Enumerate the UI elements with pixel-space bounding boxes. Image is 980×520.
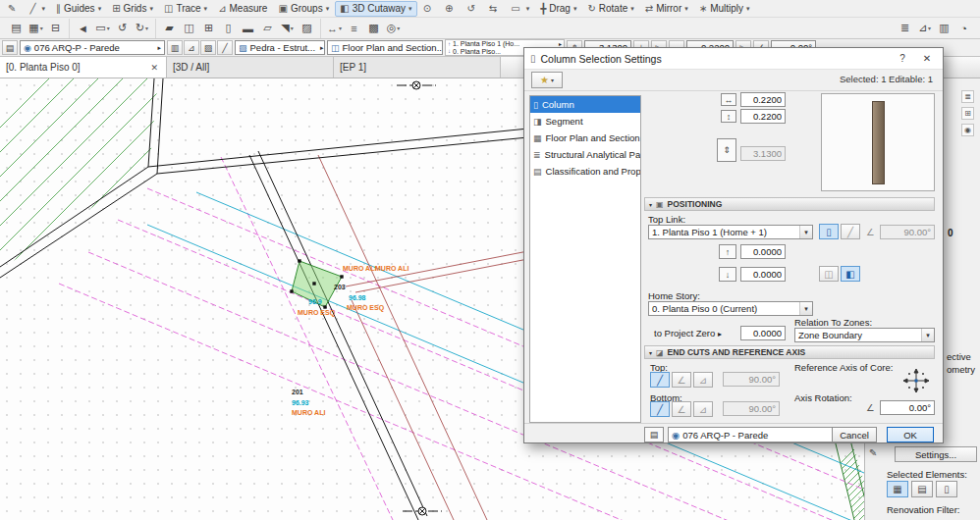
dialog-layer-selector[interactable]: ◉ 076 ARQ-P - Parede ▸ bbox=[668, 427, 850, 442]
tool-icon-button[interactable]: ↺ bbox=[113, 20, 132, 37]
home-story-selector[interactable]: 0. Planta Piso 0 (Current) ▾ bbox=[648, 301, 813, 316]
cut-type-button[interactable]: ╱ bbox=[650, 372, 670, 388]
panel-icon-button[interactable]: ▥ bbox=[935, 20, 953, 37]
menubar-item[interactable]: ↺ bbox=[462, 1, 482, 17]
tool-icon-button[interactable]: ⊟ bbox=[46, 20, 65, 37]
cut-type-button[interactable]: ∠ bbox=[672, 401, 691, 417]
tree-item[interactable]: ≣ Structural Analytical Paramet... bbox=[530, 146, 640, 163]
tree-item[interactable]: ▦ Floor Plan and Section bbox=[530, 130, 640, 146]
bottom-offset-field[interactable] bbox=[740, 267, 786, 282]
panel-icon-button[interactable]: ⊿ ▾ bbox=[915, 20, 934, 37]
menubar-item[interactable]: ∗ Multiply ▾ bbox=[694, 1, 755, 17]
attribute-icon-button[interactable]: ⊿ bbox=[184, 40, 199, 55]
view-tab[interactable]: [0. Planta Piso 0] ✕ bbox=[0, 57, 167, 78]
layer-selector[interactable]: ◉ 076 ARQ-P - Parede ▸ bbox=[20, 40, 165, 55]
link-mode-button[interactable]: ╱ bbox=[841, 224, 860, 239]
top-offset-field[interactable] bbox=[740, 244, 786, 259]
tool-icon-button[interactable]: ◄ bbox=[74, 20, 92, 37]
menubar-item[interactable]: ▭ ▾ bbox=[506, 1, 534, 17]
panel-side-icon[interactable]: ◉ bbox=[961, 124, 974, 136]
favorites-button[interactable]: ★ ▾ bbox=[531, 72, 563, 88]
attribute-icon-button[interactable]: ▨ bbox=[200, 40, 216, 55]
tool-icon-button[interactable]: ◫ bbox=[180, 20, 198, 37]
menubar-item[interactable]: ◫ Trace ▾ bbox=[159, 1, 212, 17]
close-icon[interactable]: ✕ bbox=[148, 63, 160, 73]
reference-axis-selector[interactable] bbox=[901, 368, 931, 393]
cut-type-button[interactable]: ⊿ bbox=[693, 401, 713, 417]
positioning-section-header[interactable]: ▾ ▣ POSITIONING bbox=[644, 197, 935, 211]
link-mode-button[interactable]: ▯ bbox=[819, 224, 839, 239]
tool-icon-button[interactable]: ↻ ▾ bbox=[133, 20, 151, 37]
navigator-icon[interactable]: ▤ bbox=[2, 40, 18, 55]
tool-icon-button[interactable]: ▱ bbox=[258, 20, 277, 37]
close-button[interactable]: ✕ bbox=[917, 50, 937, 68]
tree-item[interactable]: ▯ Column bbox=[530, 96, 640, 113]
tool-icon-button[interactable]: ▩ bbox=[364, 20, 383, 37]
tool-icon-button[interactable]: ▰ bbox=[160, 20, 179, 37]
view-tab[interactable]: [3D / All] bbox=[167, 57, 334, 78]
menubar-item[interactable]: ✎ bbox=[3, 1, 24, 17]
building-material-selector[interactable]: ▨ Pedra - Estrut... ▸ bbox=[235, 40, 325, 55]
menubar-item[interactable]: ⇄ Mirror ▾ bbox=[640, 1, 693, 17]
element-type-button[interactable]: ▦ bbox=[887, 481, 908, 497]
to-project-zero-field[interactable] bbox=[740, 326, 786, 340]
help-button[interactable]: ? bbox=[893, 50, 912, 68]
cut-type-button[interactable]: ⊿ bbox=[693, 372, 713, 388]
axis-rotation-field[interactable] bbox=[880, 400, 935, 415]
relation-to-zones-selector[interactable]: Zone Boundary ▾ bbox=[794, 328, 935, 342]
cut-type-button[interactable]: ∠ bbox=[672, 372, 691, 388]
menubar-item[interactable]: ▣ Groups ▾ bbox=[273, 1, 334, 17]
panel-icon-button[interactable]: ≣ bbox=[896, 20, 914, 37]
panel-icon-button[interactable]: ◔ bbox=[954, 20, 973, 37]
menubar-item[interactable]: ∥ Guides ▾ bbox=[51, 1, 106, 17]
tool-icon-button[interactable]: ▦ ▾ bbox=[27, 20, 45, 37]
display-mode-selector[interactable]: ◫ Floor Plan and Section... ▸ bbox=[327, 40, 443, 55]
anchor-point-button[interactable]: ◫ bbox=[819, 266, 839, 282]
panel-side-icon[interactable]: ≣ bbox=[961, 90, 974, 103]
menubar-item[interactable]: ⊕ bbox=[440, 1, 461, 17]
tool-icon-button[interactable]: ▭ ▾ bbox=[93, 20, 112, 37]
menubar-item[interactable]: ↻ Rotate ▾ bbox=[582, 1, 638, 17]
end-cuts-section-header[interactable]: ▾ ◪ END CUTS AND REFERENCE AXIS bbox=[644, 345, 935, 359]
tool-icon-button[interactable]: ↔ ▾ bbox=[325, 20, 344, 37]
core-width-field[interactable] bbox=[740, 92, 786, 107]
projection-option-fragment[interactable]: ometry bbox=[947, 364, 975, 375]
menubar-item[interactable]: ⇆ bbox=[484, 1, 505, 17]
cancel-button[interactable]: Cancel bbox=[832, 427, 877, 442]
flyout-arrow-icon[interactable]: ▸ bbox=[718, 330, 722, 338]
tool-icon-button[interactable]: ⊞ bbox=[199, 20, 218, 37]
tool-icon-button[interactable]: ≡ bbox=[345, 20, 363, 37]
menubar-item-label: Measure bbox=[230, 3, 268, 14]
menubar-item[interactable]: ╱ ▾ bbox=[25, 1, 50, 17]
cad-label: MURO ALI bbox=[343, 265, 376, 273]
tool-icon-button[interactable]: ◥ ▾ bbox=[278, 20, 297, 37]
tool-icon-button[interactable]: ▯ bbox=[219, 20, 238, 37]
element-type-button[interactable]: ▯ bbox=[936, 481, 957, 497]
attribute-icon-button[interactable]: ▥ bbox=[167, 40, 183, 55]
settings-button[interactable]: Settings... bbox=[895, 446, 977, 462]
tool-icon-button[interactable]: ▬ bbox=[239, 20, 257, 37]
layers-icon-button[interactable]: ▤ bbox=[644, 427, 664, 442]
attribute-icon-button[interactable]: ╱ bbox=[217, 40, 233, 55]
menubar-item[interactable]: ⊞ Grids ▾ bbox=[107, 1, 158, 17]
view-tab[interactable]: [EP 1] bbox=[334, 57, 501, 78]
menubar-item[interactable]: ⊙ bbox=[418, 1, 439, 17]
projection-option-fragment[interactable]: ective bbox=[947, 351, 971, 362]
tool-icon-button[interactable]: ▤ bbox=[7, 20, 26, 37]
core-depth-field[interactable] bbox=[740, 109, 786, 124]
tree-item[interactable]: ◨ Segment bbox=[530, 113, 640, 130]
menubar-item[interactable]: ⊿ Measure bbox=[213, 1, 272, 17]
tree-item[interactable]: ▤ Classification and Properties bbox=[530, 163, 640, 180]
tool-icon-button[interactable]: ▨ bbox=[298, 20, 316, 37]
cad-label: 96.9 bbox=[308, 298, 322, 306]
element-type-button[interactable]: ▤ bbox=[911, 481, 933, 497]
menubar-item[interactable]: ╋ Drag ▾ bbox=[535, 1, 581, 17]
tool-icon-button[interactable]: ◎ ▾ bbox=[384, 20, 403, 37]
cut-type-button[interactable]: ╱ bbox=[650, 401, 670, 417]
ok-button[interactable]: OK bbox=[887, 427, 934, 442]
anchor-point-button[interactable]: ◧ bbox=[841, 266, 860, 282]
menubar-item[interactable]: ◧ 3D Cutaway ▾ bbox=[335, 1, 416, 17]
top-link-selector[interactable]: 1. Planta Piso 1 (Home + 1) ▾ bbox=[648, 225, 813, 239]
dialog-title-bar[interactable]: ▯ Column Selection Settings ? ✕ bbox=[524, 48, 943, 70]
panel-side-icon[interactable]: ⊞ bbox=[961, 107, 974, 120]
